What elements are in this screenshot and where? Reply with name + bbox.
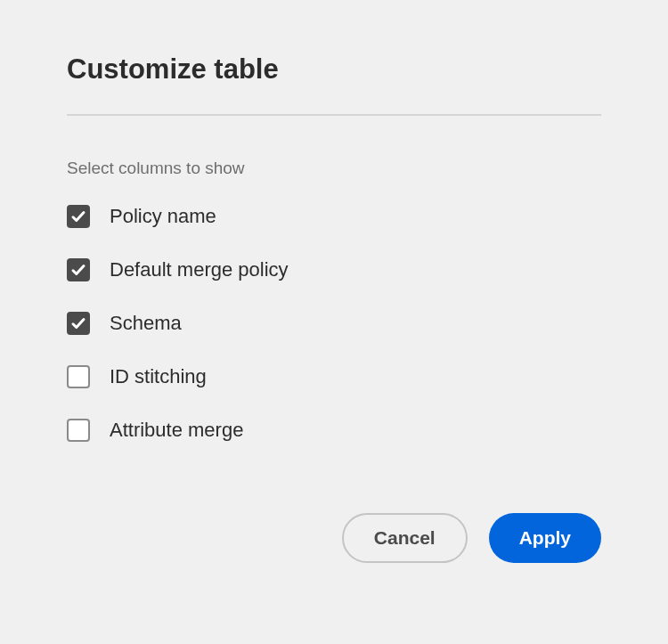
cancel-button[interactable]: Cancel	[342, 513, 468, 563]
option-label: Attribute merge	[110, 419, 243, 442]
dialog-footer: Cancel Apply	[67, 513, 601, 563]
option-label: ID stitching	[110, 365, 207, 388]
option-schema[interactable]: Schema	[67, 312, 601, 335]
checkbox-icon	[67, 258, 90, 281]
checkbox-icon	[67, 205, 90, 228]
checkbox-icon	[67, 419, 90, 442]
option-id-stitching[interactable]: ID stitching	[67, 365, 601, 388]
option-label: Default merge policy	[110, 258, 289, 281]
divider	[67, 114, 601, 116]
options-list: Policy name Default merge policy Schema …	[67, 205, 601, 442]
apply-button[interactable]: Apply	[489, 513, 601, 563]
option-label: Schema	[110, 312, 182, 335]
option-policy-name[interactable]: Policy name	[67, 205, 601, 228]
checkbox-icon	[67, 365, 90, 388]
checkbox-icon	[67, 312, 90, 335]
option-label: Policy name	[110, 205, 216, 228]
option-default-merge-policy[interactable]: Default merge policy	[67, 258, 601, 281]
option-attribute-merge[interactable]: Attribute merge	[67, 419, 601, 442]
dialog-subtitle: Select columns to show	[67, 159, 601, 178]
dialog-title: Customize table	[67, 53, 601, 86]
